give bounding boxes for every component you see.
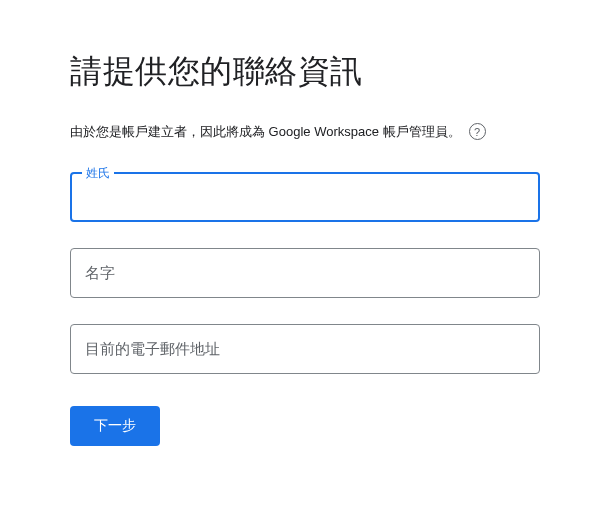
last-name-field-group: 姓氏 — [70, 172, 540, 222]
email-field-group — [70, 324, 540, 374]
last-name-label: 姓氏 — [82, 165, 114, 182]
next-button[interactable]: 下一步 — [70, 406, 160, 446]
email-input[interactable] — [70, 324, 540, 374]
subtext: 由於您是帳戶建立者，因此將成為 Google Workspace 帳戶管理員。 — [70, 122, 461, 142]
first-name-input[interactable] — [70, 248, 540, 298]
help-icon[interactable]: ? — [469, 123, 486, 140]
page-title: 請提供您的聯絡資訊 — [70, 50, 540, 94]
first-name-field-group — [70, 248, 540, 298]
subtext-row: 由於您是帳戶建立者，因此將成為 Google Workspace 帳戶管理員。 … — [70, 122, 540, 142]
last-name-input[interactable] — [70, 172, 540, 222]
